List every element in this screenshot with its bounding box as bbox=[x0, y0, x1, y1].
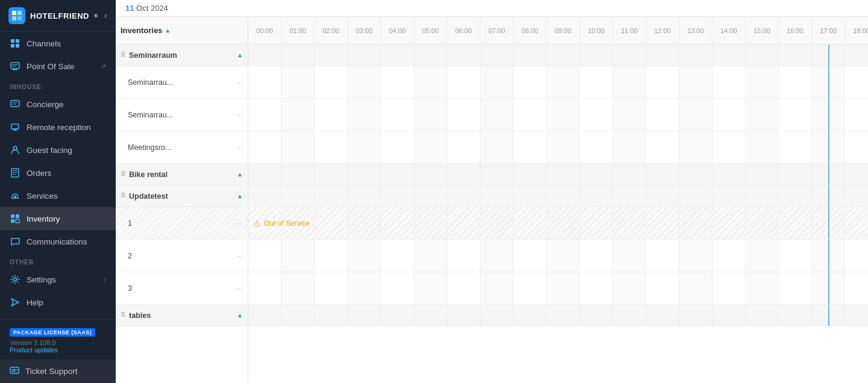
grid-cell[interactable] bbox=[779, 99, 812, 131]
grid-cell[interactable] bbox=[315, 164, 348, 185]
grid-cell[interactable] bbox=[613, 272, 646, 304]
grid-cell[interactable] bbox=[348, 240, 381, 272]
grid-cell[interactable] bbox=[580, 131, 613, 163]
grid-cell[interactable] bbox=[547, 131, 580, 163]
grid-cell[interactable] bbox=[315, 240, 348, 272]
grid-cell[interactable] bbox=[613, 207, 646, 239]
grid-cell[interactable] bbox=[547, 164, 580, 185]
grid-cell[interactable] bbox=[414, 240, 447, 272]
grid-cell[interactable] bbox=[580, 164, 613, 185]
grid-cell[interactable] bbox=[712, 164, 746, 185]
grid-cell[interactable] bbox=[315, 66, 348, 98]
grid-cell[interactable] bbox=[613, 164, 646, 185]
grid-cell[interactable] bbox=[281, 66, 315, 98]
grid-cell[interactable] bbox=[779, 305, 812, 326]
grid-cell[interactable] bbox=[381, 185, 414, 207]
grid-cell[interactable] bbox=[712, 305, 746, 326]
grid-cell[interactable] bbox=[447, 45, 480, 66]
grid-cell[interactable] bbox=[845, 272, 868, 304]
grid-cell[interactable] bbox=[381, 240, 414, 272]
grid-cell[interactable] bbox=[381, 272, 414, 304]
grid-cell[interactable] bbox=[480, 185, 514, 207]
grid-cell[interactable] bbox=[381, 207, 414, 239]
grid-cell[interactable] bbox=[712, 240, 746, 272]
grid-cell[interactable] bbox=[480, 131, 514, 163]
grid-cell[interactable] bbox=[746, 131, 779, 163]
grid-cell[interactable] bbox=[248, 272, 281, 304]
sidebar-collapse-button[interactable]: ‹ bbox=[104, 10, 107, 21]
group-seminarraum[interactable]: ⠿ Seminarraum ▲ bbox=[116, 45, 248, 66]
sidebar-item-inventory[interactable]: Inventory bbox=[0, 207, 116, 230]
grid-cell[interactable] bbox=[712, 272, 746, 304]
grid-cell[interactable] bbox=[414, 164, 447, 185]
sidebar-item-services[interactable]: Services bbox=[0, 184, 116, 207]
group-tables[interactable]: ⠿ tables ▲ bbox=[116, 305, 248, 326]
grid-cell[interactable] bbox=[281, 185, 315, 207]
grid-cell[interactable] bbox=[248, 66, 281, 98]
grid-cell[interactable] bbox=[514, 131, 547, 163]
grid-cell[interactable] bbox=[547, 185, 580, 207]
grid-cell[interactable] bbox=[613, 131, 646, 163]
grid-cell[interactable] bbox=[315, 45, 348, 66]
grid-cell[interactable] bbox=[679, 45, 712, 66]
grid-cell[interactable] bbox=[480, 164, 514, 185]
grid-cell[interactable] bbox=[845, 207, 868, 239]
grid-cell[interactable] bbox=[447, 240, 480, 272]
collapse-seminarraum-icon[interactable]: ▲ bbox=[237, 52, 243, 58]
grid-cell[interactable] bbox=[613, 99, 646, 131]
collapse-bike-icon[interactable]: ▲ bbox=[237, 171, 243, 178]
grid-cell[interactable] bbox=[447, 164, 480, 185]
grid-cell[interactable] bbox=[547, 305, 580, 326]
inv-item-upd3-dots[interactable]: ··· bbox=[236, 284, 243, 293]
grid-cell[interactable] bbox=[414, 185, 447, 207]
inv-item-meet1-dots[interactable]: ··· bbox=[236, 143, 243, 152]
inv-item-upd1-dots[interactable]: ··· bbox=[236, 219, 243, 228]
inv-item-sem2-dots[interactable]: ··· bbox=[236, 110, 243, 119]
grid-cell[interactable] bbox=[348, 185, 381, 207]
grid-cell[interactable] bbox=[414, 45, 447, 66]
grid-cell[interactable] bbox=[381, 66, 414, 98]
grid-cell[interactable] bbox=[679, 99, 712, 131]
grid-cell[interactable] bbox=[414, 99, 447, 131]
grid-cell[interactable] bbox=[348, 272, 381, 304]
grid-cell[interactable] bbox=[646, 45, 679, 66]
grid-cell[interactable] bbox=[547, 207, 580, 239]
grid-cell[interactable] bbox=[646, 240, 679, 272]
sidebar-item-pos[interactable]: Point Of Sale ↗ bbox=[0, 55, 116, 78]
grid-cell[interactable] bbox=[447, 305, 480, 326]
grid-cell[interactable] bbox=[580, 99, 613, 131]
grid-cell[interactable] bbox=[679, 66, 712, 98]
grid-cell[interactable] bbox=[447, 99, 480, 131]
grid-cell[interactable] bbox=[580, 207, 613, 239]
grid-cell[interactable] bbox=[480, 272, 514, 304]
collapse-tables-icon[interactable]: ▲ bbox=[237, 312, 243, 319]
grid-cell[interactable] bbox=[514, 185, 547, 207]
grid-cell[interactable] bbox=[348, 305, 381, 326]
grid-cell[interactable] bbox=[381, 45, 414, 66]
grid-cell[interactable] bbox=[281, 131, 315, 163]
grid-cell[interactable] bbox=[414, 207, 447, 239]
grid-cell[interactable] bbox=[414, 66, 447, 98]
grid-cell[interactable] bbox=[281, 45, 315, 66]
grid-cell[interactable] bbox=[679, 272, 712, 304]
grid-cell[interactable] bbox=[348, 164, 381, 185]
grid-cell[interactable] bbox=[746, 305, 779, 326]
grid-cell[interactable] bbox=[348, 66, 381, 98]
sidebar-item-concierge[interactable]: Concierge bbox=[0, 93, 116, 116]
sidebar-item-channels[interactable]: Channels bbox=[0, 32, 116, 55]
sidebar-item-orders[interactable]: Orders bbox=[0, 161, 116, 184]
grid-cell[interactable] bbox=[845, 164, 868, 185]
grid-cell[interactable] bbox=[248, 305, 281, 326]
grid-cell[interactable] bbox=[679, 131, 712, 163]
grid-cell[interactable] bbox=[315, 207, 348, 239]
grid-cell[interactable] bbox=[248, 240, 281, 272]
collapse-updatetest-icon[interactable]: ▲ bbox=[237, 193, 243, 199]
grid-cell[interactable] bbox=[580, 272, 613, 304]
grid-cell[interactable] bbox=[679, 207, 712, 239]
grid-cell[interactable] bbox=[779, 45, 812, 66]
grid-cell[interactable] bbox=[845, 240, 868, 272]
grid-cell[interactable] bbox=[712, 45, 746, 66]
grid-cell[interactable] bbox=[779, 131, 812, 163]
grid-cell[interactable] bbox=[580, 185, 613, 207]
grid-cell[interactable] bbox=[480, 45, 514, 66]
